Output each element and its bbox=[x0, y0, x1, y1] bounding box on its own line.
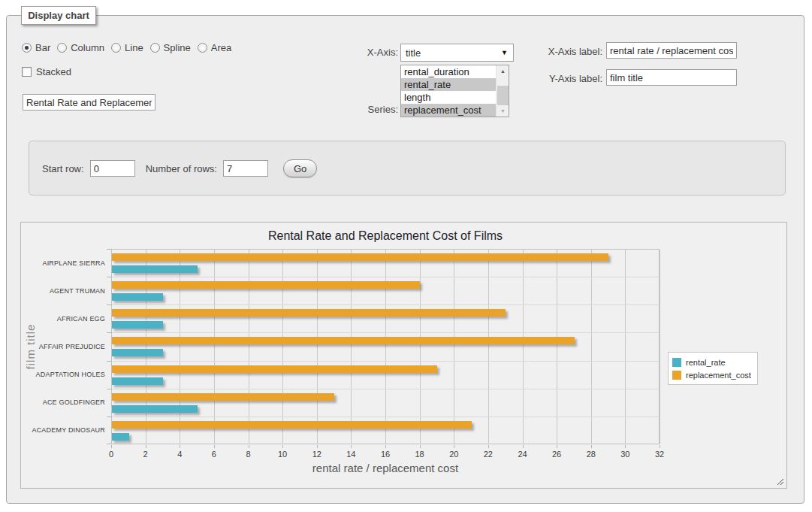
y-axis-label-label: Y-Axis label: bbox=[526, 73, 602, 84]
x-axis-select-label: X-Axis: bbox=[323, 47, 398, 58]
y-category-label: AIRPLANE SIERRA bbox=[21, 259, 105, 268]
bar-replacement_cost bbox=[112, 393, 334, 401]
chart-type-spline[interactable]: Spline bbox=[150, 42, 191, 53]
start-row-input[interactable] bbox=[90, 160, 135, 177]
x-axis-title: rental rate / replacement cost bbox=[111, 462, 660, 474]
radio-icon[interactable] bbox=[57, 43, 67, 53]
x-tick-mark bbox=[488, 445, 489, 448]
gridline bbox=[112, 417, 659, 417]
x-tick-mark bbox=[282, 445, 283, 448]
chart-type-column[interactable]: Column bbox=[57, 42, 104, 53]
x-tick-mark bbox=[591, 445, 592, 448]
gridline bbox=[523, 250, 524, 444]
radio-icon[interactable] bbox=[111, 43, 121, 53]
number-of-rows-label: Number of rows: bbox=[146, 163, 217, 174]
y-category-label: ADAPTATION HOLES bbox=[21, 371, 105, 379]
scroll-up-icon[interactable]: ▲ bbox=[497, 65, 509, 77]
x-tick-label: 4 bbox=[166, 450, 193, 459]
gridline bbox=[317, 250, 318, 444]
legend-item-rental_rate: rental_rate bbox=[672, 356, 751, 368]
x-tick-mark bbox=[146, 445, 146, 448]
gridline bbox=[351, 250, 352, 444]
gridline bbox=[488, 250, 489, 444]
chart-type-radio-group: BarColumnLineSplineArea bbox=[22, 42, 231, 53]
x-tick-mark bbox=[454, 445, 454, 448]
series-select-label: Series: bbox=[323, 104, 398, 115]
chart-type-line[interactable]: Line bbox=[111, 42, 143, 53]
scroll-down-icon[interactable]: ▼ bbox=[497, 105, 509, 117]
series-multiselect[interactable]: rental_durationrental_ratelengthreplacem… bbox=[400, 65, 509, 117]
chart-type-label: Area bbox=[211, 42, 231, 53]
x-tick-label: 8 bbox=[235, 450, 262, 459]
series-option-rental_duration[interactable]: rental_duration bbox=[401, 65, 509, 78]
chart-title: Rental Rate and Replacement Cost of Film… bbox=[111, 229, 660, 243]
x-tick-label: 24 bbox=[509, 450, 536, 459]
display-chart-page: Display chart BarColumnLineSplineArea St… bbox=[0, 0, 812, 512]
radio-icon[interactable] bbox=[150, 43, 160, 53]
bar-replacement_cost bbox=[112, 281, 420, 289]
series-option-rental_rate[interactable]: rental_rate bbox=[401, 78, 509, 91]
x-tick-label: 14 bbox=[337, 450, 364, 459]
x-tick-label: 20 bbox=[440, 450, 467, 459]
series-scrollbar[interactable]: ▲ ▼ bbox=[496, 65, 509, 117]
gridline bbox=[112, 361, 659, 362]
x-tick-mark bbox=[385, 445, 386, 448]
stacked-checkbox[interactable] bbox=[22, 67, 32, 77]
radio-icon[interactable] bbox=[22, 43, 32, 53]
chart-title-input[interactable] bbox=[23, 94, 155, 111]
x-tick-mark bbox=[180, 445, 180, 448]
chart-legend: rental_ratereplacement_cost bbox=[668, 352, 758, 385]
x-tick-label: 32 bbox=[646, 450, 673, 459]
x-tick-label: 12 bbox=[303, 450, 331, 459]
y-axis-label-input[interactable] bbox=[606, 69, 737, 86]
legend-item-replacement_cost: replacement_cost bbox=[672, 368, 751, 381]
legend-swatch-icon bbox=[672, 371, 681, 380]
gridline bbox=[180, 250, 180, 444]
x-tick-mark bbox=[660, 445, 660, 448]
y-tick-mark bbox=[107, 444, 111, 444]
x-tick-mark bbox=[111, 445, 112, 448]
chart-type-label: Line bbox=[125, 42, 143, 53]
chart-type-label: Spline bbox=[164, 42, 191, 53]
x-tick-mark bbox=[317, 445, 318, 448]
x-tick-label: 28 bbox=[578, 450, 605, 459]
y-tick-mark bbox=[107, 277, 111, 277]
y-tick-mark bbox=[107, 361, 111, 362]
y-category-label: AGENT TRUMAN bbox=[21, 287, 105, 295]
series-option-length[interactable]: length bbox=[401, 91, 509, 104]
fieldset-legend: Display chart bbox=[21, 6, 96, 25]
x-axis-label-input[interactable] bbox=[606, 42, 737, 59]
bar-rental_rate bbox=[112, 265, 198, 273]
bar-replacement_cost bbox=[112, 365, 437, 373]
gridline bbox=[625, 250, 626, 444]
radio-icon[interactable] bbox=[198, 43, 207, 53]
x-tick-label: 2 bbox=[132, 450, 159, 459]
fieldset-legend-text: Display chart bbox=[28, 10, 89, 21]
series-option-replacement_cost[interactable]: replacement_cost bbox=[401, 104, 509, 117]
x-tick-mark bbox=[249, 445, 249, 448]
dropdown-arrow-icon: ▼ bbox=[501, 49, 508, 56]
x-tick-mark bbox=[351, 445, 352, 448]
stacked-label: Stacked bbox=[36, 66, 71, 77]
gridline bbox=[112, 332, 659, 333]
y-tick-mark bbox=[107, 304, 111, 305]
go-button[interactable]: Go bbox=[283, 159, 317, 177]
resize-handle[interactable] bbox=[776, 477, 783, 485]
chart-type-bar[interactable]: Bar bbox=[22, 42, 50, 53]
y-tick-mark bbox=[107, 389, 111, 389]
bar-rental_rate bbox=[112, 321, 163, 329]
gridline bbox=[112, 277, 659, 277]
scrollbar-thumb[interactable] bbox=[497, 86, 509, 105]
gridline bbox=[591, 250, 592, 444]
x-axis-select[interactable]: title ▼ bbox=[400, 44, 514, 62]
row-range-panel: Start row: Number of rows: Go bbox=[29, 141, 786, 195]
gridline bbox=[112, 389, 659, 389]
chart-type-area[interactable]: Area bbox=[198, 42, 231, 53]
y-category-label: ACADEMY DINOSAUR bbox=[21, 426, 105, 435]
x-axis-label-label: X-Axis label: bbox=[526, 46, 602, 57]
number-of-rows-input[interactable] bbox=[223, 160, 268, 177]
bar-replacement_cost bbox=[112, 337, 575, 344]
gridline bbox=[282, 250, 283, 444]
stacked-option[interactable]: Stacked bbox=[22, 66, 71, 77]
bar-rental_rate bbox=[112, 349, 163, 356]
